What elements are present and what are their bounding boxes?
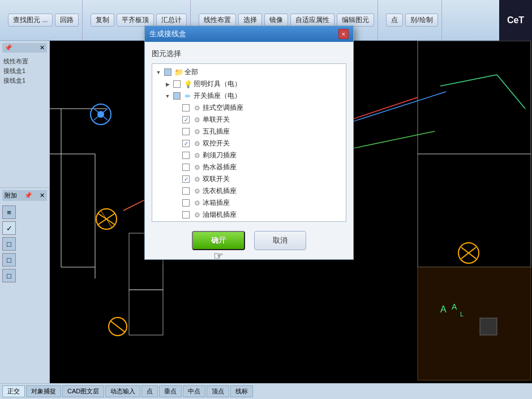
- expand-switches-icon[interactable]: ▼: [164, 92, 171, 100]
- status-tab-linemark[interactable]: 线标: [230, 385, 253, 397]
- node-label-lighting: 照明灯具（电）: [194, 79, 241, 89]
- status-tab-orthogonal[interactable]: 正交: [2, 385, 25, 397]
- gear-icon-washer: ⚙: [192, 187, 201, 196]
- gear-icon-single: ⚙: [192, 115, 201, 125]
- checkbox-water-heater[interactable]: [182, 164, 190, 171]
- panel-item-box1[interactable]: 接线盒1: [3, 67, 46, 75]
- find-element-btn[interactable]: 查找图元 ...: [8, 14, 53, 27]
- checkbox-all[interactable]: [164, 68, 171, 76]
- addon-btn-3[interactable]: □: [2, 237, 16, 251]
- point-btn[interactable]: 点: [386, 14, 403, 27]
- dialog-title: 生成接线盒: [149, 29, 186, 39]
- flat-top-btn[interactable]: 平齐板顶: [117, 14, 154, 27]
- adaptive-btn[interactable]: 自适应属性: [290, 14, 334, 27]
- status-tab-midpoint[interactable]: 中点: [183, 385, 205, 397]
- svg-text:A: A: [452, 302, 457, 311]
- status-tab-cad-layer[interactable]: CAD图文层: [62, 385, 104, 397]
- mirror-btn[interactable]: 镜像: [264, 14, 288, 27]
- node-label-five-socket: 五孔插座: [203, 127, 230, 136]
- tree-node-all[interactable]: ▼ 📁 全部: [152, 66, 346, 78]
- summary-btn[interactable]: 汇总计: [156, 14, 187, 27]
- copy-btn[interactable]: 复制: [91, 14, 114, 27]
- checkbox-range-hood[interactable]: [182, 211, 190, 218]
- circuit-btn[interactable]: 回路: [55, 14, 79, 27]
- checkbox-switches[interactable]: [173, 92, 181, 100]
- status-tab-vertex[interactable]: 顶点: [207, 385, 229, 397]
- gear-icon-five: ⚙: [192, 127, 201, 136]
- node-label-single-switch: 单联开关: [203, 115, 230, 125]
- tree-node-fridge[interactable]: ▶ ⚙ 冰箱插座: [152, 197, 346, 209]
- panel-item-box2[interactable]: 接线盒1: [3, 76, 46, 85]
- linear-arrange-btn[interactable]: 线性布置: [199, 14, 236, 27]
- tree-node-shaver[interactable]: ▶ ⚙ 剃须刀插座: [152, 149, 346, 161]
- checkbox-dual-switch[interactable]: [182, 140, 190, 147]
- element-tree[interactable]: ▼ 📁 全部 ▶ 💡 照明灯具（电） ▼ ✏ 开关插座（电） ▶: [152, 63, 346, 222]
- dialog-generate-junction: 生成接线盒 × 图元选择 ▼ 📁 全部 ▶ 💡 照明灯具（电） ▼: [144, 25, 354, 260]
- node-label-washer: 洗衣机插座: [203, 186, 237, 196]
- svg-text:A: A: [440, 304, 447, 314]
- edit-element-btn[interactable]: 编辑图元: [337, 14, 374, 27]
- panel-item-linear[interactable]: 线性布置: [3, 57, 46, 66]
- left-panel-addons: 附加 📌 ✕ ≡ ✓ □ □ □: [0, 188, 49, 287]
- addon-buttons: ≡ ✓ □ □ □: [2, 203, 47, 285]
- gear-icon-shaver: ⚙: [192, 151, 201, 160]
- panel-pin-icon: 📌: [5, 44, 12, 52]
- checkbox-five-socket[interactable]: [182, 128, 190, 135]
- gear-icon-wh: ⚙: [192, 163, 201, 172]
- expand-all-icon[interactable]: ▼: [155, 68, 162, 76]
- checkbox-dual-linked[interactable]: [182, 175, 190, 183]
- checkbox-ac[interactable]: [182, 104, 190, 111]
- dialog-buttons: 确亓 ☞ 取消: [152, 231, 346, 252]
- node-label-water-heater: 热水器插座: [203, 162, 237, 172]
- checkbox-washer[interactable]: [182, 187, 190, 195]
- checkbox-shaver[interactable]: [182, 152, 190, 159]
- status-tab-point[interactable]: 点: [141, 385, 158, 397]
- tree-node-switches[interactable]: ▼ ✏ 开关插座（电）: [152, 90, 346, 102]
- panel-items: 线性布置 接线盒1 接线盒1: [2, 55, 47, 87]
- select-btn[interactable]: 选择: [238, 14, 262, 27]
- status-tab-snap[interactable]: 对象捕捉: [26, 385, 61, 397]
- node-label-switches: 开关插座（电）: [194, 91, 241, 101]
- ok-button[interactable]: 确亓: [192, 231, 245, 250]
- dialog-close-button[interactable]: ×: [338, 29, 349, 39]
- status-tab-foot[interactable]: 垂点: [159, 385, 182, 397]
- toolbar-section-find: 查找图元 ... 回路: [5, 0, 83, 40]
- tree-node-water-heater[interactable]: ▶ ⚙ 热水器插座: [152, 161, 346, 173]
- checkbox-lighting[interactable]: [173, 80, 181, 88]
- gear-icon-ac: ⚙: [192, 104, 201, 113]
- tree-node-dual-linked[interactable]: ▶ ⚙ 双联开关: [152, 173, 346, 185]
- checkbox-single-switch[interactable]: [182, 116, 190, 123]
- tree-node-lighting[interactable]: ▶ 💡 照明灯具（电）: [152, 78, 346, 90]
- node-label-fridge: 冰箱插座: [203, 198, 230, 208]
- node-label-dual-linked: 双联开关: [203, 174, 230, 184]
- node-label-ac: 挂式空调插座: [203, 103, 243, 113]
- tree-node-dual-switch[interactable]: ▶ ⚙ 双控开关: [152, 138, 346, 149]
- expand-lighting-icon[interactable]: ▶: [164, 80, 171, 88]
- svg-text:L: L: [460, 311, 464, 318]
- addon-btn-5[interactable]: □: [2, 269, 16, 282]
- tree-node-stove[interactable]: ▶ ⚙ 炊事机插座: [152, 221, 346, 222]
- node-label-all: 全部: [185, 67, 198, 77]
- gear-icon-dl: ⚙: [192, 175, 201, 184]
- checkbox-fridge[interactable]: [182, 199, 190, 207]
- status-tab-dynamic[interactable]: 动态输入: [105, 385, 140, 397]
- tree-node-five-socket[interactable]: ▶ ⚙ 五孔插座: [152, 126, 346, 138]
- gear-icon-fridge: ⚙: [192, 199, 201, 208]
- tree-node-ac-socket[interactable]: ▶ ⚙ 挂式空调插座: [152, 102, 346, 114]
- addon-btn-4[interactable]: □: [2, 253, 16, 267]
- left-panel: 📌 ✕ 线性布置 接线盒1 接线盒1 附加 📌 ✕ ≡ ✓ □ □ □: [0, 41, 50, 383]
- tree-node-single-switch[interactable]: ▶ ⚙ 单联开关: [152, 114, 346, 126]
- tree-node-range-hood[interactable]: ▶ ⚙ 油烟机插座: [152, 209, 346, 221]
- addon-btn-checked[interactable]: ✓: [2, 221, 16, 235]
- draw-btn[interactable]: 别/绘制: [405, 14, 437, 27]
- addon-pin-icon: 📌: [24, 192, 32, 199]
- gear-icon-dual: ⚙: [192, 139, 201, 148]
- addon-close-icon[interactable]: ✕: [40, 192, 45, 199]
- addon-label: 附加: [5, 191, 17, 200]
- tree-node-washer[interactable]: ▶ ⚙ 洗衣机插座: [152, 185, 346, 197]
- cancel-button[interactable]: 取消: [254, 231, 306, 250]
- status-bar: 正交 对象捕捉 CAD图文层 动态输入 点 垂点 中点 顶点 线标: [0, 383, 532, 399]
- panel-close-icon[interactable]: ✕: [40, 44, 45, 52]
- node-label-dual-switch: 双控开关: [203, 139, 230, 148]
- addon-btn-1[interactable]: ≡: [2, 205, 16, 219]
